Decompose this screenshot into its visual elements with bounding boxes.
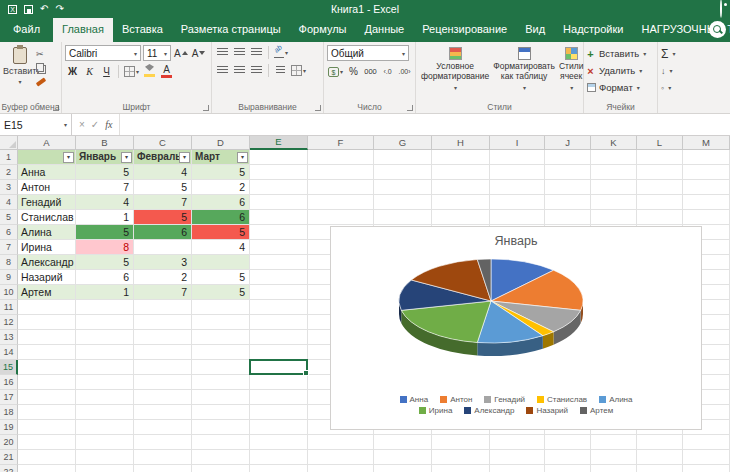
percent-style-button[interactable]: % (346, 64, 361, 79)
legend-item-Анна[interactable]: Анна (400, 395, 429, 404)
cell-D9[interactable]: 5 (192, 270, 250, 285)
cell-K20[interactable] (591, 435, 637, 450)
cell-J2[interactable] (545, 165, 591, 180)
merge-center-button[interactable]: ▾ (290, 63, 307, 78)
accounting-format-button[interactable]: $▾ (327, 64, 344, 79)
wrap-text-button[interactable] (273, 63, 288, 78)
cell-C21[interactable] (134, 450, 192, 465)
cell-L2[interactable] (637, 165, 683, 180)
column-header-D[interactable]: D (192, 136, 250, 150)
cell-H22[interactable] (432, 465, 490, 472)
decrease-decimal-button[interactable]: .00› (397, 64, 412, 79)
enter-icon[interactable]: ✓ (91, 119, 99, 130)
cell-B2[interactable]: 5 (76, 165, 134, 180)
font-size-select[interactable]: 11▾ (143, 45, 171, 61)
align-top-button[interactable] (215, 45, 230, 60)
undo-icon[interactable]: ↶ (40, 4, 48, 14)
cell-H4[interactable] (432, 195, 490, 210)
cell-C6[interactable]: 6 (134, 225, 192, 240)
ribbon-tab-Вставка[interactable]: Вставка (113, 18, 172, 42)
cell-G4[interactable] (374, 195, 432, 210)
cell-K2[interactable] (591, 165, 637, 180)
cell-D14[interactable] (192, 345, 250, 360)
account-icon[interactable] (720, 0, 722, 18)
cell-C14[interactable] (134, 345, 192, 360)
ribbon-tab-Главная[interactable]: Главная (53, 18, 113, 42)
cell-E12[interactable] (250, 315, 308, 330)
cell-A3[interactable]: Антон (18, 180, 76, 195)
row-header-21[interactable]: 21 (0, 450, 18, 465)
row-header-8[interactable]: 8 (0, 255, 18, 270)
row-header-13[interactable]: 13 (0, 330, 18, 345)
legend-item-Назарий[interactable]: Назарий (526, 406, 568, 415)
column-header-I[interactable]: I (490, 136, 545, 150)
cell-K1[interactable] (591, 150, 637, 165)
cell-J22[interactable] (545, 465, 591, 472)
cell-B1[interactable]: Январь▾ (76, 150, 134, 165)
delete-cells-button[interactable]: Удалить▾ (587, 62, 654, 79)
search-icon[interactable] (709, 21, 726, 38)
cell-H21[interactable] (432, 450, 490, 465)
cell-K3[interactable] (591, 180, 637, 195)
cell-I3[interactable] (490, 180, 545, 195)
cell-B10[interactable]: 1 (76, 285, 134, 300)
cell-I20[interactable] (490, 435, 545, 450)
cell-B16[interactable] (76, 375, 134, 390)
filter-dropdown-icon[interactable]: ▾ (63, 152, 74, 163)
cell-K5[interactable] (591, 210, 637, 225)
cell-D20[interactable] (192, 435, 250, 450)
column-header-H[interactable]: H (432, 136, 490, 150)
excel-logo-icon[interactable]: X (8, 5, 17, 14)
legend-item-Станислав[interactable]: Станислав (537, 395, 587, 404)
cell-D8[interactable] (192, 255, 250, 270)
comma-style-button[interactable]: 000 (363, 64, 378, 79)
row-header-6[interactable]: 6 (0, 225, 18, 240)
cell-D7[interactable]: 4 (192, 240, 250, 255)
cell-L4[interactable] (637, 195, 683, 210)
row-header-15[interactable]: 15 (0, 360, 18, 375)
row-header-11[interactable]: 11 (0, 300, 18, 315)
cell-A19[interactable] (18, 420, 76, 435)
cell-E18[interactable] (250, 405, 308, 420)
column-header-B[interactable]: B (76, 136, 134, 150)
font-color-button[interactable]: А (159, 64, 174, 79)
cell-I1[interactable] (490, 150, 545, 165)
cell-A7[interactable]: Ирина (18, 240, 76, 255)
cell-A4[interactable]: Генадий (18, 195, 76, 210)
cell-E20[interactable] (250, 435, 308, 450)
row-header-19[interactable]: 19 (0, 420, 18, 435)
cell-J20[interactable] (545, 435, 591, 450)
cell-A2[interactable]: Анна (18, 165, 76, 180)
cell-D13[interactable] (192, 330, 250, 345)
clear-button[interactable]: ▾ (661, 79, 727, 96)
copy-icon[interactable] (36, 62, 50, 73)
insert-cells-button[interactable]: Вставить▾ (587, 45, 654, 62)
cell-I21[interactable] (490, 450, 545, 465)
align-center-button[interactable] (232, 63, 247, 78)
cell-B20[interactable] (76, 435, 134, 450)
cell-M3[interactable] (683, 180, 730, 195)
cell-G22[interactable] (374, 465, 432, 472)
cell-E7[interactable] (250, 240, 308, 255)
row-header-1[interactable]: 1 (0, 150, 18, 165)
cell-E8[interactable] (250, 255, 308, 270)
cell-H2[interactable] (432, 165, 490, 180)
column-header-F[interactable]: F (308, 136, 374, 150)
column-header-K[interactable]: K (591, 136, 637, 150)
name-box[interactable]: E15▾ (0, 114, 72, 135)
cell-E22[interactable] (250, 465, 308, 472)
cell-C17[interactable] (134, 390, 192, 405)
borders-button[interactable]: ▾ (123, 64, 140, 79)
cell-F5[interactable] (308, 210, 374, 225)
cell-C12[interactable] (134, 315, 192, 330)
cell-C9[interactable]: 2 (134, 270, 192, 285)
ribbon-tab-Формулы[interactable]: Формулы (290, 18, 356, 42)
ribbon-tab-Данные[interactable]: Данные (355, 18, 413, 42)
cell-C22[interactable] (134, 465, 192, 472)
ribbon-tab-Вид[interactable]: Вид (516, 18, 554, 42)
cell-H3[interactable] (432, 180, 490, 195)
number-format-select[interactable]: Общий▾ (327, 45, 409, 61)
cell-M22[interactable] (683, 465, 730, 472)
cell-J21[interactable] (545, 450, 591, 465)
cell-A5[interactable]: Станислав (18, 210, 76, 225)
